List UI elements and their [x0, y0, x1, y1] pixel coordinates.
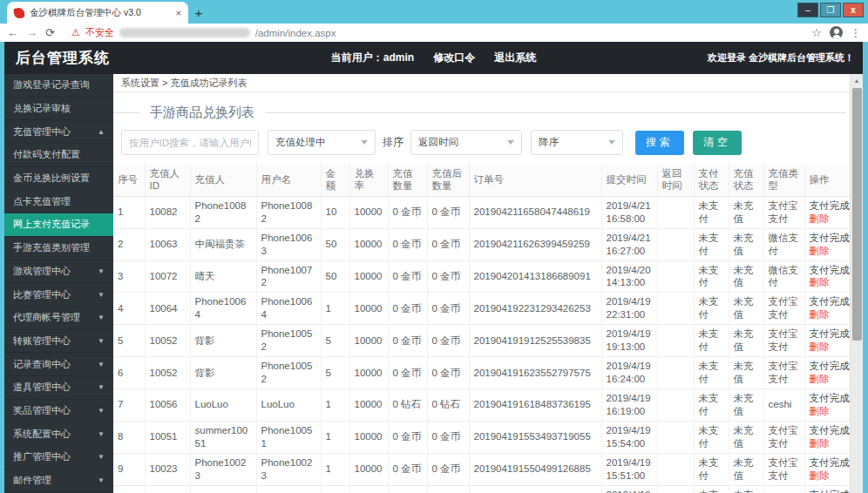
sidebar-item-12[interactable]: 记录查询中心▼ [4, 353, 113, 376]
sidebar-item-16[interactable]: 推广管理中心▼ [4, 446, 113, 469]
sidebar-item-13[interactable]: 道具管理中心▼ [4, 376, 113, 400]
bookmark-star-icon[interactable]: ☆ [811, 26, 822, 39]
sort-order-select[interactable]: 降序 [531, 130, 623, 155]
pay-complete-link[interactable]: 支付完成 [810, 328, 851, 341]
delete-link[interactable]: 删除 [810, 245, 851, 258]
delete-link[interactable]: 删除 [810, 213, 851, 226]
search-button[interactable]: 搜索 [635, 131, 684, 155]
url-text: /admin/index.aspx [255, 28, 336, 38]
forward-icon[interactable]: → [26, 26, 37, 39]
sidebar-item-14[interactable]: 奖品管理中心▼ [4, 400, 113, 423]
scrollbar-thumb[interactable] [852, 88, 862, 341]
table-row: 2 10063 中闽福贵茶 Phone10063 50 10000 0 金币 0… [113, 228, 850, 260]
delete-link[interactable]: 删除 [810, 276, 851, 289]
sidebar-item-label: 充值管理中心 [13, 125, 98, 138]
clear-button[interactable]: 清空 [693, 131, 742, 155]
submit-date: 2019/4/21 [607, 232, 653, 245]
table-row: 10 10056 LuoLuo LuoLuo 1 10000 0 钻石 0 钻石… [113, 485, 850, 493]
sidebar-item-0[interactable]: 游戏登录记录查询 [4, 74, 113, 98]
chevron-down-icon [361, 140, 368, 145]
column-header: 订单号 [469, 164, 601, 196]
scrollbar-up-icon[interactable]: ▲ [851, 74, 863, 87]
pay-complete-link[interactable]: 支付完成 [810, 424, 851, 437]
recharge-status-select-value: 充值处理中 [275, 136, 326, 149]
section-legend: 手游商品兑换列表 [113, 105, 850, 121]
column-header: 金额 [321, 164, 349, 196]
browser-window: 金沙棋牌后台管理中心 v3.0 × + – ❐ x ← → ⟳ ⚠ 不安全 /a… [0, 0, 868, 493]
sidebar-item-6[interactable]: 网上支付充值记录 [4, 213, 113, 237]
page-title: 手游商品兑换列表 [139, 105, 265, 121]
welcome-text: 欢迎登录 金沙棋牌后台管理系统！ [708, 51, 863, 64]
pay-complete-link[interactable]: 支付完成 [810, 489, 851, 493]
pay-complete-link[interactable]: 支付完成 [810, 456, 851, 469]
delete-link[interactable]: 删除 [810, 437, 851, 450]
browser-menu-icon[interactable]: ⋮ [851, 27, 861, 39]
sidebar-item-9[interactable]: 比赛管理中心▼ [4, 283, 113, 307]
sidebar-item-label: 代理商帐号管理 [13, 311, 98, 324]
pay-complete-link[interactable]: 支付完成 [810, 295, 851, 308]
pay-complete-link[interactable]: 支付完成 [810, 199, 851, 213]
sort-field-select[interactable]: 返回时间 [410, 130, 522, 155]
submit-time: 16:24:00 [607, 373, 653, 386]
chevron-down-icon [608, 140, 615, 145]
column-header: 兑换率 [349, 164, 388, 196]
change-password-link[interactable]: 修改口令 [433, 51, 475, 65]
logout-link[interactable]: 退出系统 [494, 51, 536, 65]
chevron-down-icon: ▼ [98, 267, 105, 275]
new-tab-button[interactable]: + [188, 3, 209, 22]
delete-link[interactable]: 删除 [810, 341, 851, 354]
submit-date: 2019/4/19 [607, 295, 653, 308]
chevron-up-icon: ▲ [98, 128, 105, 136]
sidebar-item-5[interactable]: 点卡充值管理 [4, 190, 113, 213]
delete-link[interactable]: 删除 [810, 308, 851, 321]
user-id-search-input[interactable] [121, 130, 259, 155]
current-user-label: 当前用户：admin [331, 51, 414, 65]
sidebar-item-17[interactable]: 邮件管理▼ [4, 469, 113, 493]
maximize-button[interactable]: ❐ [820, 3, 841, 17]
records-table: 序号充值人ID充值人用户名金额兑换率充值数量充值后数量订单号提交时间返回时间支付… [113, 164, 850, 493]
sidebar-item-8[interactable]: 游戏管理中心▼ [4, 260, 113, 284]
address-field[interactable]: ⚠ 不安全 /admin/index.aspx [63, 26, 804, 39]
submit-date: 2019/4/19 [607, 392, 653, 405]
column-header: 返回时间 [657, 164, 694, 196]
back-icon[interactable]: ← [7, 26, 18, 39]
delete-link[interactable]: 删除 [810, 469, 851, 483]
reload-icon[interactable]: ⟳ [45, 26, 55, 39]
sidebar-item-3[interactable]: 付款码支付配置 [4, 144, 113, 167]
submit-date: 2019/4/19 [607, 360, 653, 373]
pay-complete-link[interactable]: 支付完成 [810, 360, 851, 373]
recharge-status-select[interactable]: 充值处理中 [268, 130, 376, 155]
sidebar-item-label: 付款码支付配置 [13, 148, 105, 161]
delete-link[interactable]: 删除 [810, 373, 851, 386]
sidebar-item-10[interactable]: 代理商帐号管理▼ [4, 307, 113, 330]
sidebar-item-11[interactable]: 转账管理中心▼ [4, 330, 113, 354]
pay-complete-link[interactable]: 支付完成 [810, 392, 851, 405]
chevron-down-icon: ▼ [98, 291, 105, 299]
sidebar-item-1[interactable]: 兑换记录审核 [4, 98, 113, 121]
chevron-down-icon: ▼ [98, 314, 105, 321]
column-header: 充值后数量 [427, 164, 469, 196]
profile-avatar-icon[interactable] [830, 26, 843, 39]
sidebar-item-15[interactable]: 系统配置中心▼ [4, 422, 113, 446]
pay-complete-link[interactable]: 支付完成 [810, 232, 851, 245]
submit-time: 16:58:00 [607, 213, 653, 226]
sidebar-item-7[interactable]: 手游充值类别管理 [4, 237, 113, 260]
column-header: 充值类型 [763, 164, 804, 196]
chevron-down-icon: ▼ [98, 337, 105, 345]
pay-complete-link[interactable]: 支付完成 [810, 264, 851, 277]
sort-label: 排序 [383, 135, 403, 150]
tab-close-icon[interactable]: × [176, 8, 181, 18]
browser-tab[interactable]: 金沙棋牌后台管理中心 v3.0 × [7, 2, 188, 24]
minimize-button[interactable]: – [797, 3, 818, 17]
sidebar-item-2[interactable]: 充值管理中心▲ [4, 120, 113, 144]
sort-field-select-value: 返回时间 [418, 136, 458, 149]
url-redacted-blur [119, 28, 250, 37]
sidebar-item-label: 游戏登录记录查询 [13, 78, 105, 91]
vertical-scrollbar[interactable]: ▲ [850, 74, 863, 493]
delete-link[interactable]: 删除 [810, 405, 851, 418]
column-header: 操作 [804, 164, 850, 196]
sidebar-item-label: 兑换记录审核 [13, 102, 105, 115]
sidebar-item-4[interactable]: 金币兑换比例设置 [4, 167, 113, 191]
security-warning-icon[interactable]: ⚠ [71, 27, 80, 38]
close-button[interactable]: x [843, 3, 864, 17]
